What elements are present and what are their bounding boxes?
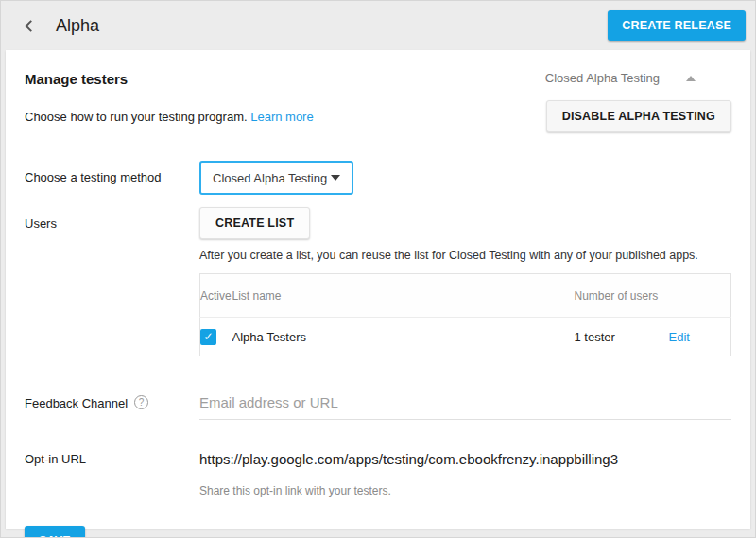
- list-name-cell: Alpha Testers: [232, 318, 575, 356]
- testing-method-select[interactable]: Closed Alpha Testing: [199, 161, 353, 195]
- intro-sentence: Choose how to run your testing program.: [25, 110, 248, 124]
- feedback-channel-label: Feedback Channel: [25, 396, 128, 410]
- number-of-users-cell: 1 tester: [575, 318, 669, 356]
- opt-in-url-value: https://play.google.com/apps/testing/com…: [199, 443, 731, 477]
- column-header-list-name: List name: [232, 274, 575, 318]
- edit-cell: Edit: [669, 318, 731, 356]
- card-header: Manage testers Closed Alpha Testing: [6, 50, 750, 87]
- page-title: Alpha: [56, 16, 99, 36]
- testing-method-value: Closed Alpha Testing: [213, 171, 327, 185]
- help-icon[interactable]: ?: [134, 395, 148, 409]
- table-row: ✓ Alpha Testers 1 tester Edit: [200, 318, 731, 356]
- save-row: SAVE: [6, 497, 750, 538]
- edit-link[interactable]: Edit: [669, 330, 690, 344]
- back-button[interactable]: [16, 13, 41, 38]
- tester-list-table: Active List name Number of users ✓ Alph: [199, 273, 731, 356]
- active-cell: ✓: [200, 318, 232, 356]
- users-row: Users CREATE LIST After you create a lis…: [6, 207, 750, 356]
- testing-method-row: Choose a testing method Closed Alpha Tes…: [6, 161, 750, 195]
- testing-method-control: Closed Alpha Testing: [199, 161, 731, 195]
- active-checkbox[interactable]: ✓: [200, 329, 216, 345]
- column-header-active: Active: [200, 274, 232, 318]
- create-release-button[interactable]: CREATE RELEASE: [608, 10, 746, 41]
- feedback-channel-row: Feedback Channel ?: [6, 387, 750, 420]
- users-label: Users: [25, 207, 199, 356]
- feedback-channel-input[interactable]: [199, 387, 731, 420]
- feedback-channel-control: [199, 387, 731, 420]
- chevron-left-icon: [25, 20, 37, 32]
- feedback-channel-label-wrap: Feedback Channel ?: [25, 387, 199, 420]
- testing-status-label: Closed Alpha Testing: [545, 71, 660, 85]
- triangle-up-icon: [686, 76, 696, 81]
- testing-status-toggle[interactable]: Closed Alpha Testing: [545, 71, 696, 85]
- opt-in-url-control: https://play.google.com/apps/testing/com…: [199, 443, 731, 497]
- save-button[interactable]: SAVE: [25, 526, 85, 538]
- opt-in-url-row: Opt-in URL https://play.google.com/apps/…: [6, 443, 750, 497]
- disable-alpha-testing-button[interactable]: DISABLE ALPHA TESTING: [546, 100, 731, 132]
- opt-in-url-label: Opt-in URL: [25, 443, 199, 497]
- column-header-number-of-users: Number of users: [575, 274, 669, 318]
- intro-row: Choose how to run your testing program. …: [6, 87, 750, 148]
- section-title: Manage testers: [25, 71, 128, 87]
- learn-more-link[interactable]: Learn more: [250, 110, 313, 124]
- create-list-button[interactable]: CREATE LIST: [199, 207, 310, 239]
- checkmark-icon: ✓: [203, 330, 213, 343]
- testing-method-label: Choose a testing method: [25, 161, 199, 195]
- table-header-row: Active List name Number of users: [200, 274, 731, 318]
- column-header-actions: [669, 274, 731, 318]
- users-control: CREATE LIST After you create a list, you…: [199, 207, 731, 356]
- triangle-down-icon: [331, 175, 340, 181]
- opt-in-url-helper-text: Share this opt-in link with your testers…: [199, 484, 731, 497]
- intro-text: Choose how to run your testing program. …: [25, 110, 314, 124]
- create-list-helper-text: After you create a list, you can reuse t…: [199, 249, 731, 262]
- manage-testers-card: Manage testers Closed Alpha Testing Choo…: [6, 50, 750, 529]
- top-bar: Alpha CREATE RELEASE: [1, 1, 755, 50]
